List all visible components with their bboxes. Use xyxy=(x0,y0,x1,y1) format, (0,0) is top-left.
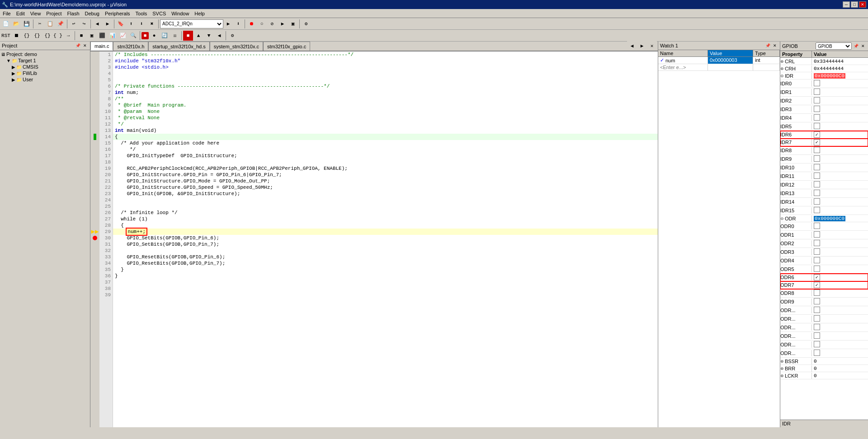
gpio-row-idr11[interactable]: IDR11 xyxy=(780,172,868,181)
step-over-btn[interactable]: ⊘ xyxy=(267,19,277,29)
t2-btn8[interactable]: ■ xyxy=(76,31,86,41)
t2-btn21[interactable]: ◀ xyxy=(214,31,224,41)
tree-cmsis[interactable]: ▶ 📁 CMSIS xyxy=(1,64,89,70)
checkbox-IDR4[interactable] xyxy=(814,114,820,121)
gpio-row-odr8[interactable]: ODR8 xyxy=(780,289,868,298)
menu-item-svcs[interactable]: SVCS xyxy=(150,10,169,17)
download-btn[interactable]: ⬇ xyxy=(233,19,243,29)
gpio-row-idr10[interactable]: IDR10 xyxy=(780,163,868,172)
run-btn[interactable]: ▶ xyxy=(278,19,288,29)
checkbox-IDR9[interactable] xyxy=(814,155,820,162)
menu-item-project[interactable]: Project xyxy=(43,10,64,17)
settings-btn[interactable]: ⚙ xyxy=(301,19,311,29)
maximize-button[interactable]: □ xyxy=(851,1,858,8)
gpio-row-crl[interactable]: ⊕CRL 0x33444444 xyxy=(780,58,868,65)
gpio-row-odr[interactable]: ODR... xyxy=(780,341,868,349)
cut-btn[interactable]: ✂ xyxy=(35,19,45,29)
t2-btn11[interactable]: 📊 xyxy=(108,31,118,41)
copy-btn[interactable]: 📋 xyxy=(45,19,55,29)
watch-pin-btn[interactable]: 📌 xyxy=(764,42,771,49)
gpio-row-idr9[interactable]: IDR9 xyxy=(780,155,868,163)
gpio-row-idr15[interactable]: IDR15 xyxy=(780,206,868,215)
gpio-row-idr14[interactable]: IDR14 xyxy=(780,198,868,206)
gpio-row-idr1[interactable]: IDR1 xyxy=(780,88,868,97)
checkbox-ODR3[interactable] xyxy=(814,248,820,255)
checkbox-IDR7[interactable]: ✓ xyxy=(814,139,820,145)
tab-main-c[interactable]: main.c xyxy=(90,42,113,51)
t2-btn16[interactable]: 🔄 xyxy=(160,31,170,41)
checkbox-IDR1[interactable] xyxy=(814,89,820,95)
checkbox-IDR15[interactable] xyxy=(814,207,820,213)
tab-scroll-left[interactable]: ◀ xyxy=(627,41,637,51)
gpio-row-idr5[interactable]: IDR5 xyxy=(780,122,868,131)
checkbox-ODR8[interactable] xyxy=(814,290,820,296)
gpio-row-odr[interactable]: ODR... xyxy=(780,349,868,358)
code-content[interactable]: /* Includes ----------------------------… xyxy=(113,51,658,427)
t2-btn5[interactable]: {} xyxy=(42,31,52,41)
tab-close-btn[interactable]: ✕ xyxy=(647,41,657,51)
t2-btn4[interactable]: {} xyxy=(32,31,42,41)
gpio-row-odr[interactable]: ⊖ODR 0x000000C0 xyxy=(780,215,868,222)
open-btn[interactable]: 📂 xyxy=(11,19,21,29)
checkbox-IDR11[interactable] xyxy=(814,173,820,179)
t2-btn12[interactable]: 📈 xyxy=(118,31,128,41)
t2-btn19[interactable]: ▲ xyxy=(193,31,203,41)
bookmark-btn[interactable]: 🔖 xyxy=(116,19,126,29)
tab-gpio[interactable]: stm32f10x_gpio.c xyxy=(263,42,310,51)
gpio-row-idr6[interactable]: IDR6 ✓ xyxy=(780,131,868,139)
menu-item-view[interactable]: View xyxy=(28,10,44,17)
watch-row-num[interactable]: ✓ num 0x00000003 int xyxy=(658,57,780,64)
gpio-row-odr[interactable]: ODR... xyxy=(780,332,868,341)
gpio-row-odr[interactable]: ODR... xyxy=(780,306,868,315)
tree-user[interactable]: ▶ 📁 User xyxy=(1,76,89,83)
gpio-row-odr3[interactable]: ODR3 xyxy=(780,248,868,257)
build-target-btn[interactable]: ▶ xyxy=(224,19,233,29)
gpio-row-lckr[interactable]: ⊕LCKR 0 xyxy=(780,372,868,379)
nextbm-btn[interactable]: ⬇ xyxy=(137,19,146,29)
t2-btn3[interactable]: {} xyxy=(22,31,32,41)
menu-item-tools[interactable]: Tools xyxy=(133,10,150,17)
gpio-row-odr[interactable]: ODR... xyxy=(780,315,868,323)
checkbox-ODR9[interactable] xyxy=(814,298,820,304)
menu-item-flash[interactable]: Flash xyxy=(65,10,82,17)
menu-item-peripherals[interactable]: Peripherals xyxy=(102,10,133,17)
checkbox-ODR...[interactable] xyxy=(814,324,820,330)
gpio-row-odr6[interactable]: ODR6 ✓ xyxy=(780,274,868,281)
gpio-row-odr1[interactable]: ODR1 xyxy=(780,231,868,239)
gpio-row-idr3[interactable]: IDR3 xyxy=(780,105,868,114)
checkbox-IDR13[interactable] xyxy=(814,190,820,196)
gpio-row-idr[interactable]: ⊖IDR 0x000000C0 xyxy=(780,72,868,79)
save-btn[interactable]: 💾 xyxy=(22,19,32,29)
menu-item-file[interactable]: File xyxy=(0,10,14,17)
prevbm-btn[interactable]: ⬆ xyxy=(126,19,136,29)
gpio-dropdown[interactable]: GPIOB xyxy=(816,42,852,50)
menu-item-help[interactable]: Help xyxy=(192,10,208,17)
close-button[interactable]: ✕ xyxy=(859,1,866,8)
menu-item-window[interactable]: Window xyxy=(169,10,192,17)
checkbox-ODR2[interactable] xyxy=(814,240,820,246)
gpio-row-odr[interactable]: ODR... xyxy=(780,323,868,332)
t2-btn20[interactable]: ▼ xyxy=(204,31,214,41)
paste-btn[interactable]: 📌 xyxy=(56,19,66,29)
target-dropdown[interactable]: ADC1_2_IRQn xyxy=(160,19,223,28)
gpio-row-odr4[interactable]: ODR4 xyxy=(780,257,868,265)
halt-btn[interactable]: ▣ xyxy=(288,19,298,29)
checkbox-ODR1[interactable] xyxy=(814,231,820,238)
watch-row-enter[interactable] xyxy=(658,64,780,71)
checkbox-ODR7[interactable]: ✓ xyxy=(814,282,820,288)
gpio-row-idr13[interactable]: IDR13 xyxy=(780,189,868,198)
back-btn[interactable]: ◀ xyxy=(92,19,102,29)
t2-btn1[interactable]: RST xyxy=(1,31,11,41)
checkbox-IDR2[interactable] xyxy=(814,97,820,103)
gpio-row-bssr[interactable]: ⊕BSSR 0 xyxy=(780,358,868,365)
project-close-btn[interactable]: ✕ xyxy=(82,42,88,49)
gpio-row-idr2[interactable]: IDR2 xyxy=(780,97,868,105)
checkbox-ODR4[interactable] xyxy=(814,257,820,263)
checkbox-ODR...[interactable] xyxy=(814,350,820,356)
undo-btn[interactable]: ↩ xyxy=(69,19,79,29)
checkbox-IDR14[interactable] xyxy=(814,198,820,205)
tree-fwlib[interactable]: ▶ 📁 FWLib xyxy=(1,70,89,76)
minimize-button[interactable]: ─ xyxy=(843,1,850,8)
start-stop-btn[interactable]: ⏺ xyxy=(246,19,256,29)
gpio-row-odr0[interactable]: ODR0 xyxy=(780,222,868,231)
